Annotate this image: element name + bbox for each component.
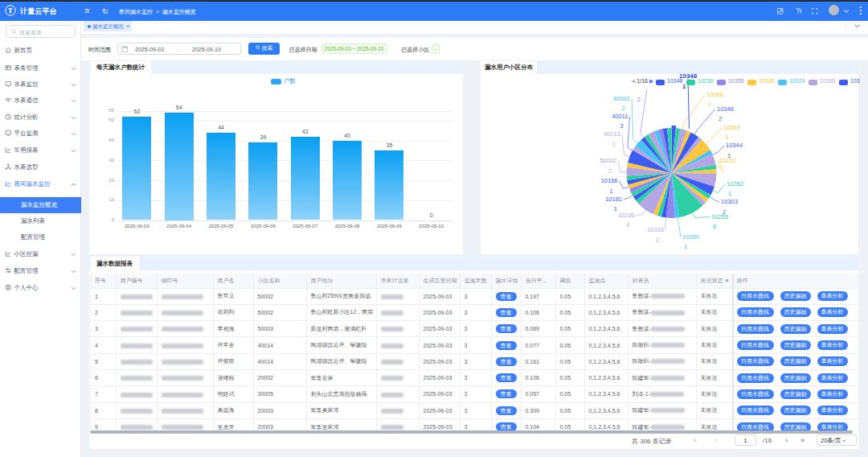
svg-text:10262: 10262 [727,180,743,187]
svg-text:1: 1 [728,190,731,197]
svg-text:50002: 50002 [600,157,616,164]
svg-text:1: 1 [614,205,617,212]
svg-text:6: 6 [713,223,716,230]
svg-text:10344: 10344 [726,142,743,149]
svg-text:10202: 10202 [719,157,736,164]
svg-text:3: 3 [725,134,728,141]
svg-text:10303: 10303 [721,198,738,205]
svg-text:10316: 10316 [647,226,664,233]
svg-text:40011: 40011 [612,113,628,120]
svg-text:1: 1 [684,243,687,250]
svg-text:4: 4 [626,221,629,228]
svg-text:1: 1 [708,101,711,108]
svg-text:10166: 10166 [601,177,618,184]
svg-text:10200: 10200 [618,212,635,219]
svg-text:3: 3 [620,122,623,130]
svg-text:2: 2 [719,115,722,122]
svg-text:60001: 60001 [613,95,630,102]
svg-text:10368: 10368 [706,91,723,98]
svg-text:1: 1 [609,187,612,195]
svg-text:2: 2 [608,167,612,175]
svg-text:1: 1 [721,167,724,174]
svg-text:40013: 40013 [604,130,620,138]
svg-text:10181: 10181 [605,196,622,203]
svg-text:10255: 10255 [711,213,728,220]
svg-text:2: 2 [622,105,625,112]
svg-text:2: 2 [656,237,659,244]
svg-text:10346: 10346 [717,105,734,113]
svg-text:1: 1 [612,141,616,148]
svg-text:10363: 10363 [723,124,740,131]
svg-text:2: 2 [637,96,641,103]
svg-text:10260: 10260 [682,233,699,241]
